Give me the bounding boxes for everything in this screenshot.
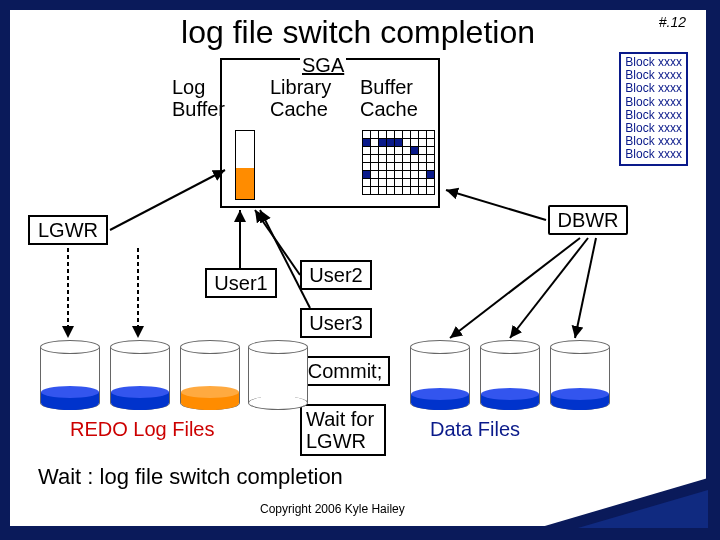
user3-box: User3 xyxy=(300,308,372,338)
svg-line-8 xyxy=(510,238,588,338)
block-item: Block xxxx xyxy=(625,96,682,109)
block-item: Block xxxx xyxy=(625,109,682,122)
data-file xyxy=(550,340,610,410)
data-file xyxy=(480,340,540,410)
copyright: Copyright 2006 Kyle Hailey xyxy=(260,502,405,516)
data-files-label: Data Files xyxy=(430,418,520,441)
svg-line-7 xyxy=(450,238,580,338)
block-item: Block xxxx xyxy=(625,148,682,161)
user1-box: User1 xyxy=(205,268,277,298)
buffer-cache-label: Buffer Cache xyxy=(360,76,418,120)
page-title: log file switch completion xyxy=(10,14,706,51)
svg-line-9 xyxy=(575,238,596,338)
user2-box: User2 xyxy=(300,260,372,290)
block-list: Block xxxx Block xxxx Block xxxx Block x… xyxy=(619,52,688,166)
block-item: Block xxxx xyxy=(625,82,682,95)
svg-line-0 xyxy=(110,170,225,230)
svg-line-4 xyxy=(255,210,300,275)
dbwr-process: DBWR xyxy=(548,205,628,235)
data-file xyxy=(410,340,470,410)
redo-log-file xyxy=(110,340,170,410)
redo-log-file xyxy=(180,340,240,410)
svg-line-6 xyxy=(446,190,546,220)
buffer-cache-grid xyxy=(362,130,435,195)
library-cache-label: Library Cache xyxy=(270,76,331,120)
redo-log-file xyxy=(248,340,308,410)
log-buffer-visual xyxy=(235,130,255,200)
log-buffer-label: Log Buffer xyxy=(172,76,225,120)
sga-label: SGA xyxy=(300,54,346,77)
lgwr-process: LGWR xyxy=(28,215,108,245)
wait-lgwr-box: Wait for LGWR xyxy=(300,404,386,456)
commit-box: Commit; xyxy=(300,356,390,386)
redo-log-file xyxy=(40,340,100,410)
wait-event-label: Wait : log file switch completion xyxy=(38,464,343,490)
redo-log-files-label: REDO Log Files xyxy=(70,418,215,441)
slide-number: #.12 xyxy=(659,14,686,30)
log-buffer-fill xyxy=(236,168,254,199)
